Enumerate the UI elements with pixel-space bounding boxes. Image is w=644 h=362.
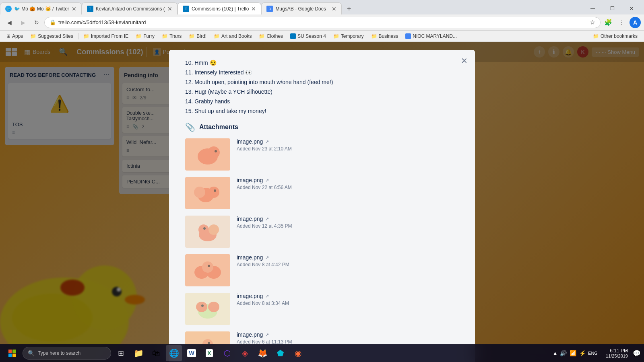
attachment-date-1: Added Nov 23 at 2:10 AM (237, 146, 459, 152)
bookmark-bird[interactable]: 📁 Bird! (186, 32, 210, 41)
attachment-info-4: image.png ↗ Added Nov 8 at 4:42 PM (237, 254, 459, 267)
task-view-icon: ⊞ (118, 349, 124, 358)
bookmark-imported[interactable]: 📁 Imported From IE (80, 32, 132, 41)
back-button[interactable]: ◀ (3, 16, 15, 29)
modal-close-button[interactable]: ✕ (458, 55, 470, 67)
folder-icon-business: 📁 (371, 33, 377, 39)
file-explorer-button[interactable]: 📁 (130, 345, 147, 361)
tab-close-twitter[interactable]: ✕ (72, 6, 76, 12)
bookmark-apps[interactable]: ⊞ Apps (3, 32, 26, 41)
attachment-thumb-3[interactable] (185, 216, 230, 248)
attachment-filename-5[interactable]: image.png ↗ (237, 293, 459, 299)
app-unknown3-button[interactable]: ⬟ (272, 345, 288, 361)
new-tab-button[interactable]: + (343, 3, 355, 14)
bookmark-furry-label: Furry (143, 33, 155, 39)
bm-separator-1 (78, 33, 78, 39)
settings-icon[interactable]: ⋮ (616, 16, 628, 29)
svg-rect-37 (12, 350, 16, 353)
start-button[interactable] (3, 345, 21, 361)
app-unknown1-icon: ⬡ (224, 348, 231, 358)
app-unknown1-button[interactable]: ⬡ (219, 345, 235, 361)
svg-point-19 (208, 224, 219, 235)
tab-title-trello: Commissions (102) | Trello (192, 6, 249, 12)
word-button[interactable]: W (184, 345, 200, 361)
app-unknown4-button[interactable]: ◉ (290, 345, 306, 361)
notification-center-button[interactable]: 💬 (633, 349, 641, 357)
tab-docs[interactable]: D MugsAB - Google Docs ✕ (261, 2, 342, 14)
attachment-filename-6[interactable]: image.png ↗ (237, 331, 459, 338)
bookmark-other[interactable]: 📁 Other bookmarks (590, 32, 641, 41)
bookmark-nioc[interactable]: NIOC MARYLAND... (402, 32, 460, 41)
forward-button[interactable]: ▶ (17, 16, 29, 29)
bookmark-trans[interactable]: 📁 Trans (159, 32, 185, 41)
tab-kevlar[interactable]: T KevlarUnitard on Commissions ( ✕ (82, 2, 178, 14)
ext-link-icon-2[interactable]: ↗ (265, 178, 269, 183)
extensions-icon[interactable]: 🧩 (602, 16, 614, 29)
attachment-item-3: image.png ↗ Added Nov 12 at 4:35 PM (185, 216, 459, 248)
folder-icon-other: 📁 (593, 33, 599, 39)
network-icon[interactable]: 📶 (569, 349, 577, 357)
bookmark-business[interactable]: 📁 Business (368, 32, 402, 41)
tab-close-kevlar[interactable]: ✕ (167, 6, 172, 12)
firefox-button[interactable]: 🦊 (254, 345, 270, 361)
ext-link-icon-5[interactable]: ↗ (265, 294, 269, 299)
battery-icon[interactable]: ⚡ (578, 349, 586, 357)
ext-link-icon-4[interactable]: ↗ (265, 255, 269, 260)
speaker-icon[interactable]: 🔊 (559, 349, 567, 357)
list-item-10: 10. Hmm 😏 (185, 58, 459, 68)
store-button[interactable]: 🛍 (148, 345, 164, 361)
system-clock[interactable]: 6:11 PM 11/25/2019 (603, 348, 631, 358)
word-icon: W (187, 349, 196, 357)
bookmark-su[interactable]: SU Season 4 (287, 32, 329, 41)
svg-point-29 (208, 302, 219, 312)
bookmark-art[interactable]: 📁 Art and Books (211, 32, 255, 41)
bookmark-clothes[interactable]: 📁 Clothes (256, 32, 286, 41)
attachment-item-2: image.png ↗ Added Nov 22 at 6:56 AM (185, 177, 459, 209)
attachment-thumb-2[interactable] (185, 177, 230, 209)
bookmark-temporary-label: Temporary (341, 33, 364, 39)
tab-twitter[interactable]: 🐦 🐦 Mo 🎃 Mo 🐱 / Twitter ✕ (0, 2, 82, 14)
bookmark-furry[interactable]: 📁 Furry (132, 32, 158, 41)
attach-name-1: image.png (237, 138, 263, 145)
attachment-thumb-4[interactable] (185, 254, 230, 286)
ext-link-icon-3[interactable]: ↗ (265, 216, 269, 222)
tab-close-trello[interactable]: ✕ (251, 6, 256, 12)
browser-window: 🐦 🐦 Mo 🎃 Mo 🐱 / Twitter ✕ T KevlarUnitar… (0, 0, 644, 42)
bookmark-art-label: Art and Books (221, 33, 252, 39)
task-view-button[interactable]: ⊞ (113, 345, 129, 361)
excel-button[interactable]: X (201, 345, 217, 361)
svg-rect-39 (12, 354, 16, 357)
chevron-up-icon[interactable]: ▲ (553, 350, 557, 356)
chrome-taskbar-button[interactable]: 🌐 (166, 345, 182, 361)
tab-trello[interactable]: T Commissions (102) | Trello ✕ (178, 2, 262, 14)
bookmark-temporary[interactable]: 📁 Temporary (330, 32, 367, 41)
bookmark-star-icon[interactable]: ☆ (590, 19, 595, 26)
attachment-filename-3[interactable]: image.png ↗ (237, 216, 459, 222)
attachment-filename-2[interactable]: image.png ↗ (237, 177, 459, 183)
taskbar-search-placeholder: Type here to search (38, 350, 80, 356)
language-label[interactable]: ENG (588, 351, 598, 356)
tab-close-docs[interactable]: ✕ (332, 6, 336, 12)
address-bar[interactable]: 🔒 trello.com/c/5drfc413/58-kevlarunitard… (44, 17, 601, 28)
attachment-filename-1[interactable]: image.png ↗ (237, 138, 459, 145)
close-button[interactable]: ✕ (622, 2, 641, 14)
ext-link-icon-1[interactable]: ↗ (265, 139, 269, 144)
folder-icon-suggested: 📁 (30, 33, 36, 39)
attachment-filename-4[interactable]: image.png ↗ (237, 254, 459, 261)
app-unknown2-button[interactable]: ◈ (237, 345, 253, 361)
attachment-thumb-5[interactable] (185, 293, 230, 325)
app-unknown2-icon: ◈ (242, 348, 248, 358)
svg-point-14 (194, 187, 205, 198)
maximize-button[interactable]: ❐ (603, 2, 621, 14)
attachment-thumb-1[interactable] (185, 138, 230, 171)
cortana-button[interactable]: 🔍 Type here to search (23, 347, 111, 360)
list-item-12: 12. Mouth open, pointing into mouth w/on… (185, 77, 459, 87)
svg-point-15 (214, 189, 216, 192)
refresh-button[interactable]: ↻ (31, 16, 43, 29)
bookmark-suggested[interactable]: 📁 Suggested Sites (27, 32, 76, 41)
store-icon: 🛍 (152, 349, 160, 358)
ext-link-icon-6[interactable]: ↗ (265, 332, 269, 337)
profile-avatar[interactable]: A (630, 17, 641, 28)
minimize-button[interactable]: — (584, 2, 602, 14)
svg-point-9 (208, 146, 220, 158)
